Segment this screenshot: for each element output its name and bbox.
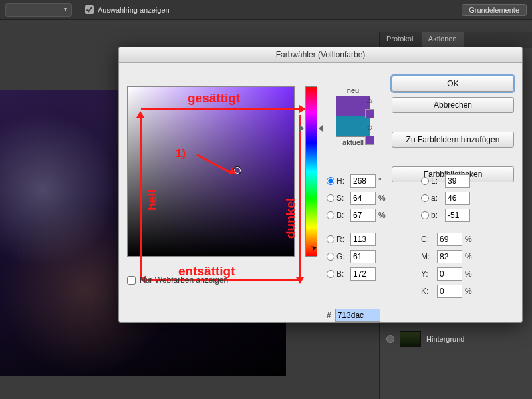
a-input[interactable] [445, 192, 470, 205]
anno-saturated: gesättigt [188, 91, 240, 106]
hex-row: # [327, 309, 380, 322]
a-radio-label[interactable]: a: [421, 194, 442, 203]
gamut-swatch-2[interactable] [365, 136, 374, 145]
b-lab-input[interactable] [445, 209, 470, 222]
b-rgb-radio[interactable] [327, 270, 334, 278]
b-rgb-input[interactable] [350, 267, 376, 281]
dialog-buttons: OK Abbrechen Zu Farbfeldern hinzufügen F… [392, 76, 514, 182]
s-radio-label[interactable]: S: [327, 194, 348, 203]
g-radio[interactable] [327, 253, 334, 261]
r-radio[interactable] [327, 235, 334, 243]
web-colors-input[interactable] [127, 276, 136, 285]
k-input[interactable] [437, 285, 462, 298]
anno-dark: dunkel [283, 198, 298, 239]
saturation-value-field[interactable]: gesättigt entsättigt hell dunkel 1) [127, 86, 295, 257]
m-label: M: [421, 252, 434, 261]
cancel-button[interactable]: Abbrechen [392, 97, 514, 113]
g-input[interactable] [350, 250, 376, 263]
hex-label: # [327, 311, 331, 320]
swatch-new-label: neu [327, 86, 380, 94]
b-hsb-radio-label[interactable]: B: [327, 211, 348, 220]
c-label: C: [421, 235, 434, 244]
ok-button[interactable]: OK [392, 76, 514, 92]
y-input[interactable] [437, 267, 462, 281]
c-input[interactable] [437, 233, 462, 246]
b-lab-radio[interactable] [421, 211, 429, 219]
b-rgb-radio-label[interactable]: B: [327, 269, 348, 279]
b-hsb-radio[interactable] [327, 211, 334, 219]
selection-ring-input[interactable] [85, 5, 94, 14]
cube-icon[interactable]: ◇ [365, 122, 374, 132]
b-lab-radio-label[interactable]: b: [421, 211, 442, 220]
k-label: K: [421, 287, 434, 296]
hue-indicator-right [319, 125, 323, 132]
panel-tabs: Protokoll Aktionen [380, 32, 532, 48]
anno-arrow-right [299, 115, 301, 279]
anno-arrowhead-right [296, 277, 304, 284]
r-input[interactable] [350, 233, 376, 246]
selection-ring-label: Auswahlring anzeigen [98, 6, 170, 14]
anno-arrowhead-left [136, 111, 144, 118]
anno-light: hell [145, 189, 160, 211]
value-columns: H:° S:% B:% R: G: B: L: a: b: C:% M:% Y:… [327, 174, 482, 298]
a-radio[interactable] [421, 194, 429, 202]
anno-arrow-top [141, 108, 301, 110]
layer-thumb [400, 331, 421, 347]
hue-slider[interactable] [305, 86, 317, 257]
options-dropdown[interactable] [5, 3, 72, 17]
layer-row[interactable]: Hintergrund [380, 327, 532, 351]
essentials-button[interactable]: Grundelemente [462, 4, 527, 16]
color-picker-dialog: Farbwähler (Volltonfarbe) gesättigt ents… [118, 47, 523, 323]
gamut-warning-icon[interactable]: ⚠ [365, 96, 374, 105]
g-radio-label[interactable]: G: [327, 252, 348, 261]
add-swatch-button[interactable]: Zu Farbfeldern hinzufügen [392, 132, 514, 148]
l-radio-label[interactable]: L: [421, 176, 442, 186]
gamut-swatch-1[interactable] [365, 109, 374, 118]
r-radio-label[interactable]: R: [327, 235, 348, 244]
options-bar: Auswahlring anzeigen Grundelemente [0, 0, 532, 20]
hue-indicator-left [300, 125, 304, 132]
s-radio[interactable] [327, 194, 334, 202]
h-radio[interactable] [327, 177, 334, 185]
l-radio[interactable] [421, 177, 429, 185]
anno-arrow-left [140, 116, 142, 279]
selection-ring-checkbox[interactable]: Auswahlring anzeigen [85, 5, 170, 14]
anno-marker-1: 1) [176, 147, 186, 160]
s-input[interactable] [350, 192, 376, 205]
hex-input[interactable] [335, 309, 380, 322]
m-input[interactable] [437, 250, 462, 263]
tab-protokoll[interactable]: Protokoll [380, 32, 422, 48]
h-input[interactable] [350, 174, 376, 188]
l-input[interactable] [445, 174, 470, 188]
y-label: Y: [421, 269, 434, 279]
b-hsb-input[interactable] [350, 209, 376, 222]
h-radio-label[interactable]: H: [327, 176, 348, 186]
tab-aktionen[interactable]: Aktionen [422, 32, 464, 48]
layer-name: Hintergrund [426, 335, 464, 343]
anno-arrow-diag [196, 154, 232, 174]
web-colors-label: Nur Webfarben anzeigen [140, 275, 228, 285]
web-colors-checkbox[interactable]: Nur Webfarben anzeigen [127, 275, 228, 285]
dialog-title: Farbwähler (Volltonfarbe) [119, 47, 522, 63]
visibility-icon[interactable] [386, 335, 394, 343]
